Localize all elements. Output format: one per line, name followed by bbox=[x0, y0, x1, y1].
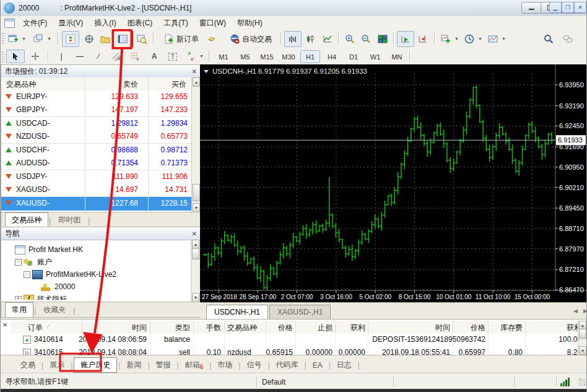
scroll-up-button[interactable]: ▲ bbox=[579, 321, 586, 329]
market-watch-row-AUDUSD-[interactable]: AUDUSD-0.713540.71373 bbox=[1, 157, 192, 170]
market-watch-scrollbar[interactable]: ▲ ▼ bbox=[191, 77, 201, 212]
scroll-thumb[interactable] bbox=[192, 248, 199, 259]
new-chart-button[interactable] bbox=[5, 31, 21, 47]
chat-button[interactable] bbox=[559, 31, 576, 47]
market-watch-row-USDCHF-[interactable]: USDCHF-0.986880.98712 bbox=[1, 144, 192, 157]
terminal-toggle-button[interactable] bbox=[114, 31, 131, 47]
market-watch-row-NZDUSD-[interactable]: NZDUSD-0.657490.65773 bbox=[1, 130, 192, 144]
menu-item-帮助(H)[interactable]: 帮助(H) bbox=[232, 16, 268, 30]
auto-scroll-button[interactable] bbox=[397, 31, 414, 47]
bar-chart-style-button[interactable] bbox=[284, 31, 302, 47]
window-minimize-button[interactable] bbox=[521, 2, 541, 14]
terminal-tab-日志[interactable]: 日志 bbox=[332, 358, 357, 372]
terminal-row-3410614[interactable]: ▲34106142018.09.14 08:06:59balance100.00… bbox=[11, 333, 578, 347]
search-button[interactable] bbox=[541, 31, 557, 47]
arrows-dropdown[interactable]: ▼ bbox=[198, 50, 205, 62]
market-watch-row-USDCAD-[interactable]: USDCAD-1.298121.29834 bbox=[1, 117, 192, 131]
navigator-close-icon[interactable]: ✕ bbox=[192, 230, 197, 237]
trendline-tool[interactable]: ∕ bbox=[89, 50, 108, 63]
child-minimize-button[interactable]: ▁ bbox=[549, 2, 562, 13]
timeframe-d1-button[interactable]: D1 bbox=[344, 50, 363, 63]
timeframe-m5-button[interactable]: M5 bbox=[235, 50, 255, 63]
timeframe-h1-button[interactable]: H1 bbox=[300, 50, 320, 63]
timeframe-mn-button[interactable]: MN bbox=[387, 50, 407, 63]
navigator-node-20000[interactable]: 20000 bbox=[1, 281, 191, 293]
fibonacci-tool[interactable]: F bbox=[126, 50, 145, 63]
new-chart-dropdown[interactable]: ▼ bbox=[20, 31, 27, 46]
menu-item-窗口(W)[interactable]: 窗口(W) bbox=[194, 16, 232, 30]
strategy-tester-button[interactable] bbox=[133, 31, 150, 47]
metaeditor-button[interactable] bbox=[204, 31, 220, 47]
autotrading-button[interactable]: 自动交易 bbox=[220, 31, 282, 47]
status-profile[interactable]: Default bbox=[257, 378, 393, 386]
toolbar-grip[interactable] bbox=[2, 33, 4, 45]
market-watch-row-EURJPY-[interactable]: EURJPY-129.633129.655 bbox=[1, 90, 192, 104]
scroll-thumb[interactable] bbox=[193, 184, 200, 201]
tree-expander-icon[interactable]: + bbox=[15, 296, 22, 300]
terminal-tab-代码库[interactable]: 代码库 bbox=[271, 358, 303, 372]
terminal-column-获利[interactable]: 获利 bbox=[482, 323, 581, 333]
terminal-tab-展示[interactable]: 展示 bbox=[45, 358, 69, 372]
terminal-column-获利[interactable]: 获利 bbox=[266, 323, 365, 333]
line-chart-style-button[interactable] bbox=[319, 31, 336, 47]
text-tool[interactable]: A bbox=[145, 50, 163, 63]
scroll-thumb[interactable] bbox=[579, 329, 586, 339]
timeframe-m1-button[interactable]: M1 bbox=[214, 50, 233, 63]
profiles-button[interactable] bbox=[30, 31, 46, 47]
market-watch-row-XAUUSD-[interactable]: XAUUSD-1227.681228.15 bbox=[1, 197, 192, 211]
candlestick-style-button[interactable] bbox=[302, 31, 319, 47]
resize-grip[interactable] bbox=[578, 378, 586, 386]
market-watch-tab-交易品种[interactable]: 交易品种 bbox=[5, 212, 48, 227]
chart-tabs-left-arrow-icon[interactable]: ◀ bbox=[573, 308, 578, 314]
market-watch-row-XAGUSD-[interactable]: XAGUSD-14.69714.731 bbox=[1, 183, 192, 197]
indicators-dropdown[interactable]: ▼ bbox=[453, 31, 460, 46]
navigator-node-ProfitMarketHK-Live2[interactable]: -ProfitMarketHK-Live2 bbox=[1, 268, 191, 281]
navigator-tab-收藏夹[interactable]: 收藏夹 bbox=[37, 302, 72, 317]
terminal-close-icon[interactable]: ✕ bbox=[2, 321, 7, 328]
scroll-down-button[interactable]: ▼ bbox=[192, 293, 199, 302]
market-watch-tab-即时图[interactable]: 即时图 bbox=[51, 212, 87, 227]
menu-item-显示(V)[interactable]: 显示(V) bbox=[53, 16, 89, 30]
market-watch-close-icon[interactable]: ✕ bbox=[192, 68, 197, 75]
data-window-button[interactable] bbox=[81, 31, 97, 47]
timeframe-h4-button[interactable]: H4 bbox=[322, 50, 342, 63]
terminal-column-订单[interactable]: 订单 bbox=[28, 323, 43, 333]
menu-item-工具(T)[interactable]: 工具(T) bbox=[158, 16, 193, 30]
menu-item-文件(F)[interactable]: 文件(F) bbox=[17, 16, 53, 30]
timeframe-m15-button[interactable]: M15 bbox=[257, 50, 277, 63]
terminal-tab-EA[interactable]: EA bbox=[308, 359, 328, 372]
templates-button[interactable] bbox=[485, 31, 501, 47]
child-close-button[interactable]: ✕ bbox=[574, 2, 586, 13]
price-chart[interactable]: 6.939506.931906.924506.916906.909506.902… bbox=[200, 64, 587, 302]
scroll-down-button[interactable]: ▼ bbox=[579, 346, 586, 355]
tree-expander-icon[interactable]: - bbox=[24, 271, 30, 278]
tree-expander-icon[interactable]: - bbox=[15, 259, 22, 266]
market-watch-toggle-button[interactable] bbox=[62, 31, 79, 47]
scroll-up-button[interactable]: ▲ bbox=[192, 240, 199, 249]
channel-tool[interactable]: E bbox=[108, 50, 126, 63]
chart-shift-button[interactable] bbox=[414, 31, 432, 47]
cursor-tool-button[interactable] bbox=[6, 50, 25, 63]
scroll-up-button[interactable]: ▲ bbox=[193, 77, 200, 87]
menu-item-插入(I)[interactable]: 插入(I) bbox=[89, 16, 121, 30]
child-restore-button[interactable]: ❐ bbox=[562, 2, 574, 13]
new-order-button[interactable]: 新订单 bbox=[157, 31, 206, 47]
templates-dropdown[interactable]: ▼ bbox=[500, 31, 507, 46]
crosshair-tool-button[interactable] bbox=[26, 50, 45, 63]
timeframe-w1-button[interactable]: W1 bbox=[365, 50, 385, 63]
scroll-down-button[interactable]: ▼ bbox=[193, 203, 200, 212]
timeframe-m30-button[interactable]: M30 bbox=[279, 50, 298, 63]
vertical-line-tool[interactable]: | bbox=[52, 50, 71, 63]
chart-tabs-right-arrow-icon[interactable]: ▶ bbox=[583, 308, 587, 314]
tile-windows-button[interactable] bbox=[374, 31, 391, 47]
terminal-tab-交易[interactable]: 交易 bbox=[15, 358, 40, 372]
periods-button[interactable] bbox=[461, 31, 477, 47]
terminal-tab-新闻[interactable]: 新闻 bbox=[121, 358, 146, 372]
terminal-tab-警报[interactable]: 警报 bbox=[151, 358, 176, 372]
zoom-out-button[interactable] bbox=[358, 31, 374, 47]
chart-tab-USDCNH-,H1[interactable]: USDCNH-,H1 bbox=[206, 305, 268, 319]
arrows-tool[interactable] bbox=[182, 50, 199, 63]
terminal-scrollbar[interactable]: ▲ ▼ bbox=[578, 321, 587, 355]
terminal-tab-市场[interactable]: 市场 bbox=[212, 358, 237, 372]
chart-tab-XAGUSD-,H1[interactable]: XAGUSD-,H1 bbox=[269, 305, 331, 319]
